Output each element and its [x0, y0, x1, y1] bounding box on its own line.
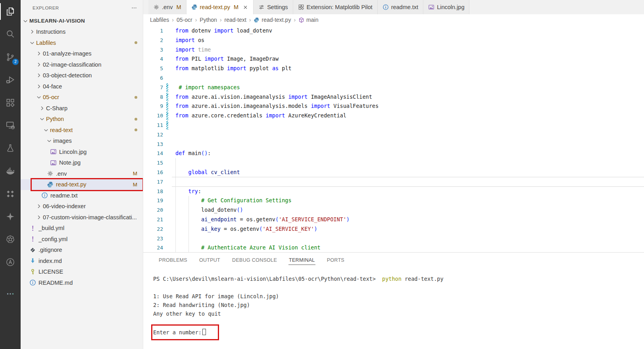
activitybar-item-run-debug[interactable] — [0, 69, 21, 92]
code-line-12[interactable]: 12 — [143, 130, 644, 140]
code-line-21[interactable]: 21 ai_endpoint = os.getenv('AI_SERVICE_E… — [143, 215, 644, 224]
breadcrumb-item-read-text-py[interactable]: read-text.py — [254, 17, 291, 23]
explorer-more-actions-icon[interactable] — [131, 5, 137, 11]
code-line-11[interactable]: 11 — [143, 121, 644, 130]
code-line-15[interactable]: 15 — [143, 158, 644, 168]
code-line-20[interactable]: 20 load_dotenv() — [143, 205, 644, 215]
tree-item-07-custom-vision-image-classificati[interactable]: 07-custom-vision-image-classificati... — [21, 212, 143, 223]
code-line-9[interactable]: 9from azure.ai.vision.imageanalysis.mode… — [143, 102, 644, 111]
tree-item-readme-md[interactable]: README.md — [21, 277, 143, 288]
tree-item-build-yml[interactable]: _build.yml — [21, 223, 143, 234]
tree-item-index-md[interactable]: index.md — [21, 255, 143, 267]
code-line-22[interactable]: 22 ai_key = os.getenv('AI_SERVICE_KEY') — [143, 224, 644, 234]
terminal-output[interactable]: PS C:\Users\devil\mslearn-ai-vision\Labf… — [143, 268, 644, 349]
activitybar-item-ansible[interactable] — [0, 251, 21, 274]
tree-item-env[interactable]: .envM — [21, 168, 143, 179]
copilot-sparkle-icon — [5, 211, 15, 222]
tree-item-readme-txt[interactable]: readme.txt — [21, 190, 143, 201]
activitybar-item-docker[interactable] — [0, 160, 21, 183]
code-line-18[interactable]: 18 try: — [143, 187, 644, 196]
activitybar-item-kubernetes[interactable] — [0, 228, 21, 251]
panel-tab-problems[interactable]: PROBLEMS — [158, 255, 188, 265]
tree-item-lincoln-jpg[interactable]: Lincoln.jpg — [21, 146, 143, 157]
tree-item-instructions[interactable]: Instructions — [21, 27, 143, 38]
extensions-icon — [298, 4, 304, 10]
code-line-5[interactable]: 5from matplotlib import pyplot as plt — [143, 64, 644, 73]
breadcrumb-item-read-text[interactable]: read-text — [225, 17, 246, 23]
code-token: () — [236, 207, 243, 213]
activitybar-item-extensions[interactable] — [0, 91, 21, 114]
activitybar-item-azure[interactable] — [0, 182, 21, 205]
tree-item-06-video-indexer[interactable]: 06-video-indexer — [21, 201, 143, 212]
activitybar-item-testing[interactable] — [0, 137, 21, 160]
code-token: from — [175, 94, 188, 100]
breadcrumb-item-05-ocr[interactable]: 05-ocr — [177, 17, 192, 23]
tab-lincoln-jpg[interactable]: Lincoln.jpg — [423, 0, 469, 14]
code-line-2[interactable]: 2import os — [143, 36, 644, 45]
code-line-16[interactable]: 16 global cv_client — [143, 168, 644, 177]
terminal-token: PS C:\Users\devil\mslearn-ai-vision\Labf… — [153, 276, 382, 282]
tree-item-labfiles[interactable]: Labfiles — [21, 37, 143, 48]
breadcrumb-item-main[interactable]: main — [298, 17, 318, 23]
code-line-1[interactable]: 1from dotenv import load_dotenv — [143, 26, 644, 36]
panel-tab-terminal[interactable]: TERMINAL — [288, 255, 315, 265]
activitybar-item-remote-explorer[interactable] — [0, 114, 21, 137]
code-line-24[interactable]: 24 # Authenticate Azure AI Vision client — [143, 243, 644, 252]
tree-item-label: Instructions — [36, 29, 65, 35]
tree-item-images[interactable]: images — [21, 136, 143, 147]
code-token: from — [175, 27, 188, 34]
code-line-3[interactable]: 3import time — [143, 45, 644, 55]
code-line-4[interactable]: 4from PIL import Image, ImageDraw — [143, 54, 644, 64]
breadcrumb-item-labfiles[interactable]: Labfiles — [150, 17, 169, 23]
code-token: AzureKeyCredential — [285, 112, 346, 119]
terminal-line-5: Any other key to quit — [153, 309, 644, 318]
tree-item-04-face[interactable]: 04-face — [21, 81, 143, 92]
code-line-10[interactable]: 10from azure.core.credentials import Azu… — [143, 111, 644, 121]
breadcrumb-separator: › — [249, 17, 251, 23]
activitybar-item-search[interactable] — [0, 23, 21, 46]
panel-tab-debug-console[interactable]: DEBUG CONSOLE — [232, 255, 277, 265]
activitybar-item-copilot-sparkle[interactable] — [0, 205, 21, 228]
modified-gutter-indicator — [166, 102, 168, 111]
code-token: azure.core.credentials — [188, 112, 266, 119]
tree-item-02-image-classification[interactable]: 02-image-classification — [21, 59, 143, 70]
code-line-8[interactable]: 8from azure.ai.vision.imageanalysis impo… — [143, 92, 644, 102]
tree-item-03-object-detection[interactable]: 03-object-detection — [21, 70, 143, 81]
panel-tab-ports[interactable]: PORTS — [327, 255, 345, 265]
code-line-13[interactable]: 13 — [143, 140, 644, 149]
code-token: VisualFeatures — [330, 103, 379, 109]
code-line-14[interactable]: 14def main(): — [143, 149, 644, 158]
code-line-7[interactable]: 7 # import namespaces — [143, 83, 644, 92]
tree-item-05-ocr[interactable]: 05-ocr — [21, 92, 143, 103]
panel-tab-output[interactable]: OUTPUT — [199, 255, 221, 265]
tree-item-01-analyze-images[interactable]: 01-analyze-images — [21, 48, 143, 59]
tree-item-license[interactable]: LICENSE — [21, 267, 143, 278]
code-line-19[interactable]: 19 # Get Configuration Settings — [143, 196, 644, 205]
activitybar-item-source-control[interactable]: 2 — [0, 46, 21, 69]
tree-item-gitignore[interactable]: .gitignore — [21, 245, 143, 256]
breadcrumb-separator: › — [294, 17, 296, 23]
tree-item-c-sharp[interactable]: C-Sharp — [21, 103, 143, 114]
breadcrumb-item-python[interactable]: Python — [200, 17, 217, 23]
tree-item-read-text[interactable]: read-text — [21, 125, 143, 136]
tree-item-config-yml[interactable]: _config.yml — [21, 234, 143, 245]
activitybar-item-more-ellipsis[interactable] — [0, 282, 21, 305]
tab-env[interactable]: .envM — [148, 0, 186, 14]
tree-item-read-text-py[interactable]: read-text.pyM — [21, 179, 143, 190]
activitybar-item-explorer[interactable] — [0, 0, 21, 23]
tab-settings[interactable]: Settings — [254, 0, 293, 14]
tree-item-mslearn-ai-vision[interactable]: MSLEARN-AI-VISION — [21, 15, 143, 27]
tree-item-python[interactable]: Python — [21, 114, 143, 125]
code-editor[interactable]: 1from dotenv import load_dotenv2import o… — [143, 25, 644, 252]
tab-read-text-py[interactable]: read-text.pyM — [186, 0, 254, 14]
azure-icon — [5, 189, 15, 199]
code-token: try — [188, 188, 198, 194]
code-line-17[interactable]: 17 — [143, 177, 644, 187]
code-line-6[interactable]: 6 — [143, 73, 644, 83]
close-icon[interactable] — [242, 4, 248, 10]
highlight-box-terminal-input[interactable]: Enter a number: — [151, 324, 219, 340]
tab-extension-matplotlib-pilot[interactable]: Extension: Matplotlib Pilot — [293, 0, 378, 14]
code-line-23[interactable]: 23 — [143, 234, 644, 244]
tab-readme-txt[interactable]: readme.txt — [378, 0, 424, 14]
tree-item-note-jpg[interactable]: Note.jpg — [21, 157, 143, 169]
